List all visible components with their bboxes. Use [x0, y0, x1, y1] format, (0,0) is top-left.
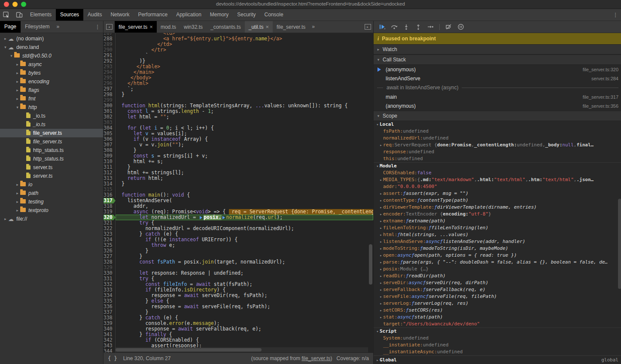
code-line-content[interactable]	[116, 265, 373, 270]
scope-section-global[interactable]: ▸Globalglobal	[374, 355, 621, 364]
tree-item-testing[interactable]: ▸testing	[0, 197, 103, 206]
more-options-icon[interactable]: ⋮	[610, 9, 621, 21]
editor-vertical-scrollbar[interactable]	[368, 33, 373, 347]
tab-elements[interactable]: Elements	[26, 9, 56, 21]
code-line-content[interactable]	[116, 187, 373, 192]
code-line-content[interactable]: try {	[116, 276, 373, 282]
tree-expander-icon[interactable]: ▸	[15, 79, 20, 84]
close-tab-icon[interactable]: ×	[265, 24, 269, 30]
line-number[interactable]: 319	[104, 209, 116, 215]
tree-expander-icon[interactable]: ▸	[15, 88, 20, 92]
scope-property-this[interactable]: this: undefined	[374, 155, 621, 162]
scope-expander-icon[interactable]: ▸	[379, 259, 383, 266]
step-into-location-icon[interactable]	[200, 216, 202, 219]
code-line-content[interactable]: let normalizedUrl = posix.normalize(req.…	[116, 215, 373, 220]
scope-expander-icon[interactable]: ▸	[379, 307, 383, 314]
tree-item-encoding[interactable]: ▸encoding	[0, 77, 103, 86]
editor-horizontal-scrollbar[interactable]	[116, 347, 368, 352]
scope-expander-icon[interactable]: ▾	[375, 121, 380, 128]
code-line-content[interactable]: <a href="${entry.url}">${entry.name}</a>	[116, 36, 373, 42]
tree-item-_io.ts[interactable]: _io.ts	[0, 112, 103, 120]
code-line-content[interactable]: } finally {	[116, 332, 373, 337]
code-line-content[interactable]: if (CORSEnabled) {	[116, 337, 373, 343]
tree-item-async[interactable]: ▸async	[0, 60, 103, 69]
scope-property-extname[interactable]: ▸extname: ƒ extname(path)	[374, 218, 621, 224]
scope-expander-icon[interactable]: ▸	[379, 231, 383, 238]
scope-property-contenttype[interactable]: ▸contentType: ƒ contentType(path)	[374, 197, 621, 204]
navigator-tab-page[interactable]: Page	[0, 21, 21, 33]
tree-expander-icon[interactable]: ▸	[15, 200, 20, 204]
code-line-content[interactable]: console.error(e.message);	[116, 321, 373, 326]
scope-expander-icon[interactable]: ▸	[379, 273, 383, 279]
scope-property-serverlog[interactable]: ▸serverLog: ƒ serverLog(req, res)	[374, 300, 621, 307]
code-line-content[interactable]: `;	[116, 86, 373, 92]
tree-expander-icon[interactable]: ▸	[15, 191, 20, 195]
tree-item-http[interactable]: ▾http	[0, 103, 103, 112]
tree-item-file_server.ts[interactable]: file_server.ts	[0, 137, 103, 146]
tree-expander-icon[interactable]: ▸	[15, 97, 20, 101]
call-stack-frame[interactable]: (anonymous)file_server.ts:356	[374, 102, 621, 111]
editor-tab-file_server.ts[interactable]: file_server.ts	[273, 21, 309, 33]
breakpoint-line-number[interactable]: 317	[104, 198, 116, 203]
tab-application[interactable]: Application	[172, 9, 206, 21]
scope-expander-icon[interactable]: ▸	[379, 266, 383, 273]
deactivate-breakpoints-icon[interactable]	[444, 22, 454, 32]
tree-expander-icon[interactable]: ▸	[15, 182, 20, 187]
scope-expander-icon[interactable]: ▾	[375, 328, 380, 335]
code-line-content[interactable]: listenAndServe(	[116, 198, 373, 203]
code-line-content[interactable]: return html;	[116, 176, 373, 181]
inspect-element-icon[interactable]	[0, 9, 13, 21]
tree-item-deno.land[interactable]: ▾☁deno.land	[0, 43, 103, 52]
editor-tab-win32.ts[interactable]: win32.ts	[180, 21, 207, 33]
step-out-icon[interactable]	[413, 22, 423, 32]
watch-section-header[interactable]: ▸ Watch	[374, 44, 621, 55]
scope-expander-icon[interactable]: ▸	[379, 238, 383, 245]
code-line-content[interactable]: function html(strings: TemplateStringsAr…	[116, 103, 373, 109]
scope-expander-icon[interactable]: ▸	[379, 252, 383, 259]
scope-property-open[interactable]: ▸open: async ƒ open(path, options = { re…	[374, 252, 621, 259]
step-over-icon[interactable]	[389, 22, 399, 32]
tree-expander-icon[interactable]: ▾	[9, 54, 14, 58]
scope-property-stat[interactable]: ▸stat: async ƒ stat(path)	[374, 314, 621, 321]
tree-expander-icon[interactable]: ▸	[15, 71, 20, 75]
scope-section-header[interactable]: ▾ Scope	[374, 111, 621, 121]
code-line-content[interactable]: </main>	[116, 70, 373, 75]
tree-item-_io.ts[interactable]: _io.ts	[0, 120, 103, 129]
code-line-content[interactable]: response = await serveDir(req, fsPath);	[116, 293, 373, 298]
scope-property-modetostring[interactable]: ▸modeToString: ƒ modeToString(isDir, may…	[374, 245, 621, 252]
code-line-content[interactable]: </html>	[116, 81, 373, 86]
scope-property-servedir[interactable]: ▸serveDir: async ƒ serveDir(req, dirPath…	[374, 279, 621, 286]
code-line-content[interactable]: html += s;	[116, 159, 373, 164]
call-stack-frame[interactable]: (anonymous)file_server.ts:320	[374, 65, 621, 74]
scope-expander-icon[interactable]: ▸	[379, 211, 383, 218]
code-line-content[interactable]: }	[116, 254, 373, 259]
scope-property-posix[interactable]: ▸posix: Module {…}	[374, 266, 621, 273]
editor-tabs-overflow-icon[interactable]: »	[309, 21, 317, 33]
scope-property-html[interactable]: ▸html: ƒ html(strings, ...values)	[374, 231, 621, 238]
call-stack-section-header[interactable]: ▾ Call Stack	[374, 55, 621, 65]
navigator-tab-filesystem[interactable]: Filesystem	[21, 21, 54, 33]
code-line-content[interactable]: response = await serveFallback(req, e);	[116, 326, 373, 332]
tab-audits[interactable]: Audits	[83, 9, 106, 21]
scope-property-corsenabled[interactable]: CORSEnabled: false	[374, 170, 621, 176]
tab-performance[interactable]: Performance	[134, 9, 172, 21]
scope-property-system[interactable]: System: undefined	[374, 335, 621, 342]
device-toolbar-icon[interactable]	[13, 9, 26, 21]
resume-icon[interactable]	[377, 22, 387, 32]
step-into-location-icon[interactable]	[222, 216, 225, 219]
tree-item-http_status.ts[interactable]: http_status.ts	[0, 146, 103, 155]
code-line-content[interactable]: <td>	[116, 33, 373, 36]
scope-expander-icon[interactable]: ▸	[379, 293, 383, 300]
scope-property-media_types[interactable]: ▸MEDIA_TYPES: {.md: "text/markdown", .ht…	[374, 176, 621, 183]
code-line-content[interactable]: let html = "";	[116, 114, 373, 120]
editor-vscroll-thumb[interactable]	[369, 244, 372, 285]
source-map-link[interactable]: file_server.ts	[301, 355, 330, 361]
tree-item--no-domain-[interactable]: ▸☁(no domain)	[0, 34, 103, 43]
code-line-content[interactable]: const fsPath = posix.join(target, normal…	[116, 259, 373, 265]
breakpoint-line-number[interactable]: 320	[104, 215, 116, 220]
scope-expander-icon[interactable]: ▸	[379, 176, 383, 183]
call-stack-frame[interactable]: listenAndServeserver.ts:284	[374, 74, 621, 83]
scope-section-local[interactable]: ▾Local	[374, 121, 621, 128]
tree-expander-icon[interactable]: ▸	[3, 36, 8, 41]
scope-property-addr[interactable]: addr: "0.0.0.0:4500"	[374, 183, 621, 190]
